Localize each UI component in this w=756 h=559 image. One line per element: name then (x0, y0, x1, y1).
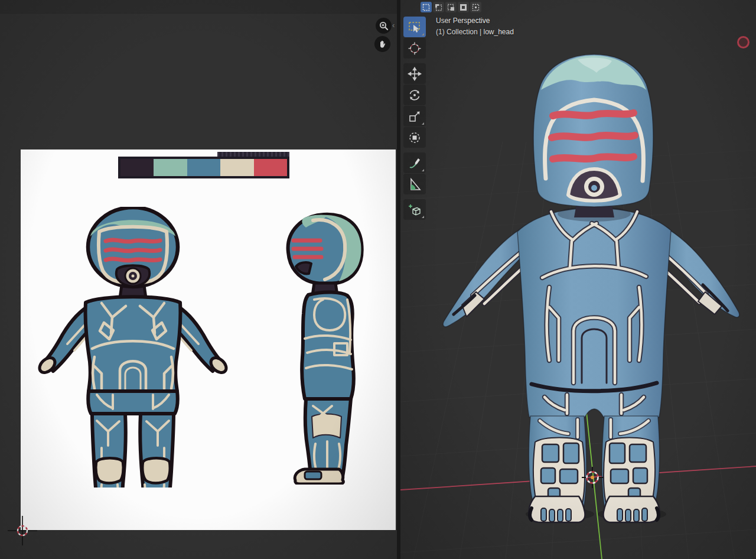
select-intersect-icon (472, 4, 480, 11)
palette-swatch-cream (220, 159, 253, 176)
tool-rotate[interactable] (403, 84, 426, 105)
3d-cursor-left (4, 512, 41, 549)
select-set-icon (422, 4, 430, 11)
concept-front-view (35, 207, 230, 488)
view-perspective-label: User Perspective (436, 15, 514, 27)
tool-measure[interactable] (403, 174, 426, 194)
palette-swatch-blue (187, 159, 220, 176)
palette-swatch-sage (154, 159, 187, 176)
select-mode-subtract[interactable] (445, 2, 457, 12)
tool-transform[interactable] (403, 127, 426, 148)
cursor-tool-icon (408, 41, 422, 56)
pan-tool-button[interactable] (374, 36, 390, 52)
subtool-indicator (422, 216, 424, 218)
select-mode-row (421, 2, 481, 12)
select-box-icon (408, 20, 422, 34)
tool-select-box[interactable] (403, 17, 426, 37)
scale-icon (408, 109, 422, 124)
transform-icon (408, 131, 422, 145)
palette-swatch-dark (120, 159, 154, 176)
select-extend-icon (435, 4, 442, 11)
collection-object-label: (1) Collection | low_head (436, 27, 514, 38)
magnifier-plus-icon (379, 21, 389, 31)
rotate-icon (408, 88, 422, 102)
add-cube-icon (408, 203, 422, 217)
tool-annotate[interactable] (403, 152, 426, 173)
palette-swatch-red (254, 159, 287, 176)
3d-cursor-right (400, 0, 756, 559)
select-subtract-icon (447, 4, 455, 11)
select-mode-extend[interactable] (433, 2, 444, 12)
concept-side-view (278, 210, 372, 485)
hand-icon (378, 40, 387, 49)
select-mode-set[interactable] (421, 2, 432, 12)
tool-add-cube[interactable] (403, 199, 426, 220)
move-icon (408, 67, 422, 81)
light-object[interactable] (737, 36, 750, 48)
tool-move[interactable] (403, 63, 426, 84)
viewport-header-text: User Perspective (1) Collection | low_he… (436, 15, 514, 38)
tool-scale[interactable] (403, 106, 426, 126)
select-invert-icon (460, 4, 467, 11)
tool-cursor[interactable] (403, 38, 426, 58)
subtool-indicator (422, 33, 424, 35)
reference-image (21, 150, 396, 530)
viewport-3d[interactable]: User Perspective (1) Collection | low_he… (400, 0, 756, 559)
select-mode-invert[interactable] (458, 2, 469, 12)
left-viewport-top-band (0, 0, 397, 14)
blender-window: ‹ (0, 0, 756, 559)
reference-viewport[interactable]: ‹ (0, 0, 397, 559)
annotate-icon (408, 156, 422, 170)
subtool-indicator (422, 169, 424, 171)
panel-collapse-arrow[interactable]: ‹ (392, 21, 395, 29)
select-mode-intersect[interactable] (470, 2, 481, 12)
tool-shelf (403, 17, 426, 220)
measure-icon (408, 177, 422, 191)
palette-bar (118, 157, 289, 178)
zoom-tool-button[interactable] (376, 18, 392, 34)
subtool-indicator (422, 122, 424, 125)
